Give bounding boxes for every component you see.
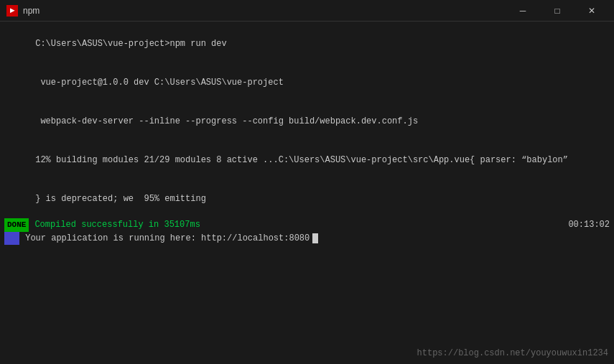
done-time: 00:13:02 [568,218,610,231]
done-badge: DONE [4,218,29,232]
window: ▶ npm ─ □ ✕ C:\Users\ASUS\vue-project>np… [0,0,614,364]
progress-line-2: } is deprecated; we 95% emitting [4,179,610,218]
output-line-1: vue-project@1.0.0 dev C:\Users\ASUS\vue-… [4,63,610,102]
done-line: DONE Compiled successfully in 35107ms 00… [4,218,610,232]
app-text: Your application is running here: http:/… [25,232,310,245]
output-text-2: webpack-dev-server --inline --progress -… [35,116,418,126]
cursor [312,233,318,243]
npm-icon: ▶ [6,5,18,17]
progress-text-2: } is deprecated; we 95% emitting [35,194,206,204]
close-button[interactable]: ✕ [575,0,608,22]
window-controls: ─ □ ✕ [506,0,608,22]
prompt-line: C:\Users\ASUS\vue-project>npm run dev [4,24,610,63]
app-line: Your application is running here: http:/… [4,232,610,246]
maximize-button[interactable]: □ [541,0,574,22]
minimize-button[interactable]: ─ [506,0,539,22]
app-icon: ▶ [6,4,19,17]
app-badge [4,232,19,246]
done-text: Compiled successfully in 35107ms [34,218,200,231]
watermark: https://blog.csdn.net/youyouwuxin1234 [417,348,608,358]
output-line-2: webpack-dev-server --inline --progress -… [4,102,610,141]
terminal-area: C:\Users\ASUS\vue-project>npm run dev vu… [0,22,614,364]
window-title: npm [23,6,506,16]
progress-line-1: 12% building modules 21/29 modules 8 act… [4,141,610,179]
output-text-1: vue-project@1.0.0 dev C:\Users\ASUS\vue-… [35,78,284,88]
title-bar: ▶ npm ─ □ ✕ [0,0,614,22]
prompt-text: C:\Users\ASUS\vue-project>npm run dev [35,39,226,49]
progress-text-1: 12% building modules 21/29 modules 8 act… [35,155,568,165]
